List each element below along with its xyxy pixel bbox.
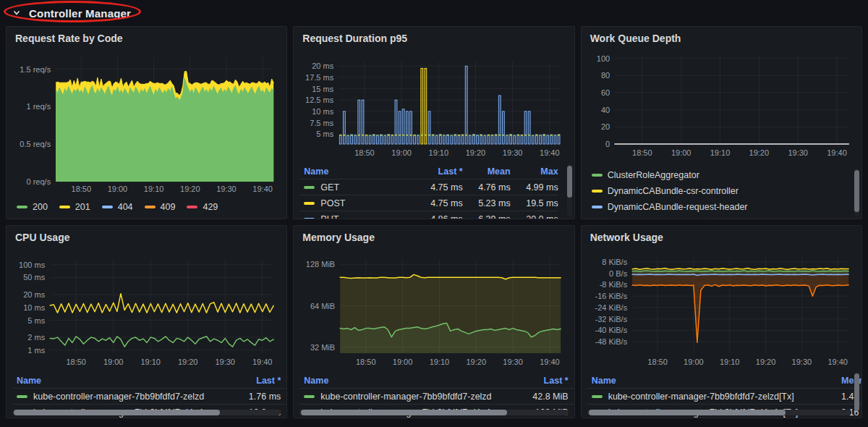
series-dash: [304, 186, 315, 189]
chevron-down-icon[interactable]: [12, 8, 22, 18]
legend-item-429[interactable]: 429: [187, 202, 218, 212]
series-name[interactable]: kube-controller-manager-7bb9bfdfd7-zelzd: [299, 392, 510, 402]
legend-item-clusterroleaggregator[interactable]: ClusterRoleAggregator: [592, 167, 856, 183]
dashboard-grid: Request Rate by Code 0 req/s0.5 req/s1 r…: [0, 26, 868, 418]
col-header-last[interactable]: Last *: [415, 166, 463, 177]
svg-text:1 ms: 1 ms: [27, 346, 45, 355]
panel-title[interactable]: Memory Usage: [299, 230, 568, 246]
series-dash: [304, 218, 315, 220]
svg-text:19:00: 19:00: [108, 185, 128, 193]
legend-item-409[interactable]: 409: [145, 202, 176, 212]
svg-text:19:00: 19:00: [671, 148, 692, 157]
memory-usage-chart[interactable]: 32 MiB64 MiB128 MiB18:5019:0019:1019:201…: [299, 246, 568, 369]
col-header-max[interactable]: Max: [511, 166, 558, 177]
col-header-last[interactable]: Last *: [223, 376, 281, 386]
series-name[interactable]: kube-controller-manager-7bb9bfdfd7-zelzd: [12, 392, 223, 402]
cell-last: 4.86 ms: [415, 214, 463, 220]
cell-clipped: 1: [569, 407, 575, 418]
legend-label: ClusterRoleAggregator: [608, 170, 699, 180]
work-queue-depth-chart[interactable]: 02040608010018:5019:0019:1019:2019:3019:…: [587, 47, 856, 160]
series-name[interactable]: kube-controller-manager-7bb9bfdfd7-zelzd…: [587, 392, 834, 402]
series-name[interactable]: POST: [299, 198, 414, 208]
col-header-name[interactable]: Name: [12, 376, 223, 386]
svg-text:12.5 ms: 12.5 ms: [305, 96, 334, 104]
svg-text:20: 20: [601, 122, 610, 131]
panel-request-duration-p95: Request Duration p95 5 ms7.5 ms10 ms12.5…: [293, 26, 574, 219]
request-rate-chart[interactable]: 0 req/s0.5 req/s1 req/s1.5 req/s18:5019:…: [12, 47, 281, 196]
svg-text:18:50: 18:50: [355, 148, 375, 157]
svg-text:32 MiB: 32 MiB: [310, 343, 335, 352]
svg-text:80: 80: [601, 71, 610, 80]
vertical-scrollbar-thumb[interactable]: [567, 166, 572, 198]
legend-item-404[interactable]: 404: [102, 202, 133, 212]
svg-text:128 MiB: 128 MiB: [306, 260, 335, 269]
svg-text:19:20: 19:20: [749, 148, 769, 157]
network-usage-chart[interactable]: 8 KiB/s0 B/s-8 KiB/s-16 KiB/s-24 KiB/s-3…: [587, 246, 856, 369]
horizontal-scrollbar-thumb[interactable]: [14, 410, 220, 415]
vertical-scrollbar-thumb[interactable]: [854, 170, 859, 212]
svg-text:19:40: 19:40: [540, 148, 560, 157]
svg-text:2 ms: 2 ms: [27, 333, 45, 342]
panel-title[interactable]: Work Queue Depth: [587, 31, 856, 47]
col-header-name[interactable]: Name: [299, 166, 414, 177]
svg-text:10 ms: 10 ms: [23, 303, 45, 312]
dashboard-row-header[interactable]: Controller Manager: [0, 0, 868, 26]
svg-text:19:30: 19:30: [503, 358, 524, 366]
cell-clipped: 4: [569, 392, 575, 402]
legend-row-post: POST 4.75 ms 5.23 ms 19.5 ms: [299, 195, 558, 211]
legend-item-201[interactable]: 201: [59, 202, 90, 212]
panel-title[interactable]: CPU Usage: [12, 230, 281, 246]
svg-text:15 ms: 15 ms: [312, 85, 334, 93]
svg-text:19:30: 19:30: [216, 185, 237, 193]
series-name[interactable]: GET: [299, 182, 414, 193]
series-dash: [187, 206, 197, 208]
series-dash: [59, 206, 70, 208]
cell-mean: 4.76 ms: [463, 182, 511, 193]
legend-label: 429: [203, 202, 218, 212]
svg-text:64 MiB: 64 MiB: [310, 302, 335, 310]
svg-text:19:20: 19:20: [755, 358, 775, 366]
svg-text:20 ms: 20 ms: [23, 290, 45, 299]
svg-text:-40 KiB/s: -40 KiB/s: [595, 326, 627, 334]
series-name[interactable]: PUT: [299, 214, 414, 220]
horizontal-scrollbar-thumb[interactable]: [589, 410, 786, 415]
svg-text:-32 KiB/s: -32 KiB/s: [595, 315, 627, 324]
svg-text:0: 0: [605, 140, 610, 148]
svg-text:18:50: 18:50: [356, 358, 376, 366]
panel-network-usage: Network Usage 8 KiB/s0 B/s-8 KiB/s-16 Ki…: [581, 225, 862, 418]
cell-last: 42.8 MiB: [511, 392, 569, 402]
cell-mean: 5.23 ms: [463, 198, 511, 208]
cell-clipped: 1: [281, 392, 287, 402]
legend-label: DynamicCABundle-csr-controller: [608, 186, 739, 196]
horizontal-scrollbar-thumb[interactable]: [301, 410, 507, 415]
legend-item-dynamiccabundle-request-header[interactable]: DynamicCABundle-request-header: [592, 199, 856, 215]
col-header-name[interactable]: Name: [587, 376, 834, 386]
svg-text:0 B/s: 0 B/s: [609, 269, 628, 278]
cell-max: 20.0 ms: [511, 214, 558, 220]
svg-text:20 ms: 20 ms: [312, 62, 334, 70]
panel-cpu-usage: CPU Usage 1 ms2 ms5 ms10 ms20 ms50 ms100…: [6, 225, 287, 418]
col-header-name[interactable]: Name: [299, 376, 510, 386]
cell-last: 4.75 ms: [415, 198, 463, 208]
legend-item-dynamicclientcertificate[interactable]: DynamicClientCertificate: [592, 215, 856, 219]
legend-label: 404: [118, 202, 133, 212]
panel-title[interactable]: Network Usage: [587, 230, 856, 246]
svg-text:19:10: 19:10: [720, 358, 740, 366]
svg-text:0.5 req/s: 0.5 req/s: [20, 140, 51, 148]
svg-text:40: 40: [601, 106, 610, 114]
vertical-scrollbar-thumb[interactable]: [854, 373, 859, 411]
col-header-mean[interactable]: Mean: [463, 166, 511, 177]
legend-item-dynamiccabundle-csr-controller[interactable]: DynamicCABundle-csr-controller: [592, 183, 856, 199]
cell-max: 19.5 ms: [511, 198, 558, 208]
svg-text:100: 100: [596, 54, 609, 63]
panel-title[interactable]: Request Duration p95: [299, 31, 568, 47]
panel-title[interactable]: Request Rate by Code: [12, 31, 281, 47]
cpu-usage-chart[interactable]: 1 ms2 ms5 ms10 ms20 ms50 ms100 ms18:5019…: [12, 246, 281, 369]
series-dash: [102, 206, 113, 208]
col-header-last[interactable]: Last *: [511, 376, 569, 386]
request-duration-chart[interactable]: 5 ms7.5 ms10 ms12.5 ms15 ms17.5 ms20 ms1…: [299, 47, 568, 160]
legend-row-zelzd: kube-controller-manager-7bb9bfdfd7-zelzd…: [299, 388, 574, 404]
legend-item-200[interactable]: 200: [17, 202, 48, 212]
row-title[interactable]: Controller Manager: [29, 7, 131, 20]
svg-text:19:00: 19:00: [393, 358, 413, 366]
